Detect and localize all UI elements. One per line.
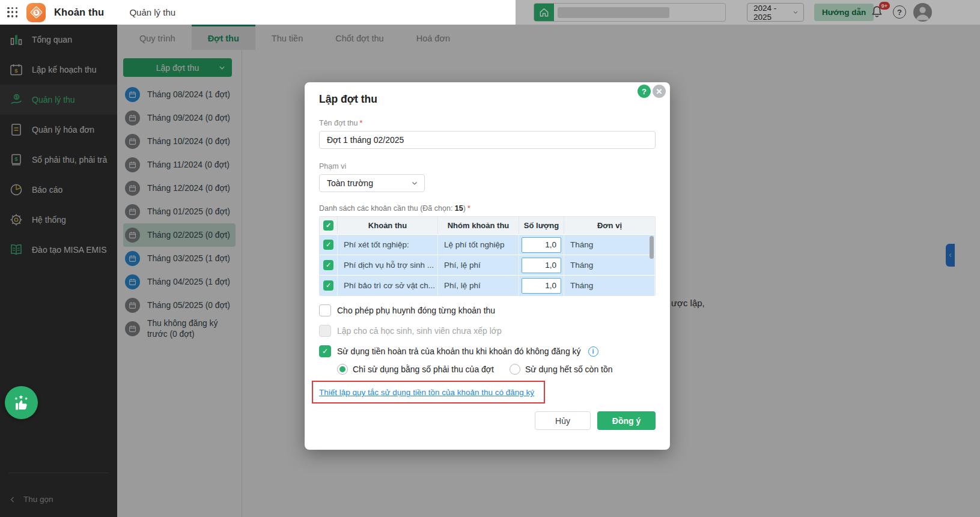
quantity-input[interactable]: 1,0 xyxy=(522,237,561,253)
setup-rule-link[interactable]: Thiết lập quy tắc sử dụng tiền tồn của k… xyxy=(319,388,534,397)
radio-use-by-receivable[interactable]: Chỉ sử dụng bằng số phải thu của đợt xyxy=(337,364,494,375)
table-row[interactable]: ✓ Phí dịch vụ hỗ trợ sinh ... Phí, lệ ph… xyxy=(320,255,655,275)
quantity-input[interactable]: 1,0 xyxy=(522,258,561,273)
fee-table-body: ✓ Phí xét tốt nghiệp: Lệ phí tốt nghiệp … xyxy=(320,234,655,295)
scope-label: Phạm vi xyxy=(319,162,656,171)
khoan-thu-app-icon[interactable]: $ xyxy=(26,3,46,22)
app-screen: $ Khoản thu Quản lý thu 2024 - 2025 Hướn… xyxy=(0,0,980,517)
column-header: Số lượng xyxy=(519,217,564,234)
required-asterisk: * xyxy=(359,119,362,127)
quantity-input[interactable]: 1,0 xyxy=(522,278,561,294)
column-header: Nhóm khoản thu xyxy=(438,217,519,234)
ok-button[interactable]: Đồng ý xyxy=(597,411,656,430)
checkbox-label: Lập cho cả học sinh, sinh viên chưa xếp … xyxy=(337,326,502,336)
cancel-button[interactable]: Hủy xyxy=(535,411,591,430)
unit-cell: Tháng xyxy=(564,276,655,295)
table-scrollbar[interactable] xyxy=(650,236,654,259)
create-batch-modal: ? ✕ Lập đợt thu Tên đợt thu* Đợt 1 tháng… xyxy=(305,82,670,450)
scope-select[interactable]: Toàn trường xyxy=(319,174,425,192)
dim-overlay-topright xyxy=(516,0,980,25)
batch-name-label: Tên đợt thu* xyxy=(319,119,656,127)
column-header: Khoản thu xyxy=(338,217,438,234)
background-partial-text: ược lập, xyxy=(671,298,705,308)
column-header: Đơn vị xyxy=(564,217,655,234)
fee-name-cell: Phí dịch vụ hỗ trợ sinh ... xyxy=(338,255,438,275)
checkbox-unchecked[interactable] xyxy=(319,304,331,316)
row-checkbox[interactable]: ✓ xyxy=(323,260,333,270)
chevron-down-icon xyxy=(411,180,418,187)
fee-group-cell: Phí, lệ phí xyxy=(438,255,519,275)
fee-name-cell: Phí xét tốt nghiệp: xyxy=(338,235,438,255)
radio-label: Sử dụng hết số còn tồn xyxy=(525,364,613,374)
fee-group-cell: Phí, lệ phí xyxy=(438,276,519,295)
close-icon[interactable]: ✕ xyxy=(653,85,666,98)
checkbox-checked[interactable]: ✓ xyxy=(319,345,331,357)
unit-cell: Tháng xyxy=(564,235,655,255)
unit-cell: Tháng xyxy=(564,255,655,275)
fee-list-label: Danh sách các khoản cần thu (Đã chọn: 15… xyxy=(319,204,656,213)
row-checkbox[interactable]: ✓ xyxy=(323,240,333,250)
topbar-module-tab[interactable]: Quản lý thu xyxy=(129,7,175,17)
radio-use-all-balance[interactable]: Sử dụng hết số còn tồn xyxy=(510,364,613,375)
table-row[interactable]: ✓ Phí bảo trì cơ sở vật ch... Phí, lệ ph… xyxy=(320,275,655,295)
checkbox-disabled xyxy=(319,325,331,337)
app-grid-icon[interactable] xyxy=(7,7,18,18)
modal-actions: Hủy Đồng ý xyxy=(319,411,656,430)
table-row[interactable]: ✓ Phí xét tốt nghiệp: Lệ phí tốt nghiệp … xyxy=(320,234,655,255)
fee-name-cell: Phí bảo trì cơ sở vật ch... xyxy=(338,276,438,295)
fee-table-header: ✓ Khoản thu Nhóm khoản thu Số lượng Đơn … xyxy=(320,217,655,234)
batch-name-input[interactable]: Đợt 1 tháng 02/2025 xyxy=(319,131,656,149)
allow-partial-payment-option: Cho phép phụ huynh đóng từng khoản thu xyxy=(319,304,656,316)
info-icon[interactable]: i xyxy=(588,346,598,357)
modal-help-icon[interactable]: ? xyxy=(638,85,651,98)
thumbs-up-stars-icon xyxy=(11,393,32,413)
fee-group-cell: Lệ phí tốt nghiệp xyxy=(438,235,519,255)
fee-table: ✓ Khoản thu Nhóm khoản thu Số lượng Đơn … xyxy=(319,216,656,296)
scope-value: Toàn trường xyxy=(327,178,373,188)
checkbox-label: Cho phép phụ huynh đóng từng khoản thu xyxy=(337,306,495,315)
app-title: Khoản thu xyxy=(54,7,104,18)
radio-unselected-icon xyxy=(510,364,520,375)
unassigned-students-option: Lập cho cả học sinh, sinh viên chưa xếp … xyxy=(319,325,656,337)
required-asterisk: * xyxy=(467,204,470,213)
radio-selected-icon xyxy=(337,364,348,375)
modal-title: Lập đợt thu xyxy=(319,93,656,106)
select-all-checkbox[interactable]: ✓ xyxy=(323,220,333,231)
highlight-box: Thiết lập quy tắc sử dụng tiền tồn của k… xyxy=(312,381,545,404)
use-refund-option: ✓ Sử dụng tiền hoàn trả của khoản thu kh… xyxy=(319,345,656,357)
feedback-fab[interactable] xyxy=(5,386,38,419)
row-checkbox[interactable]: ✓ xyxy=(323,280,333,291)
checkbox-label: Sử dụng tiền hoàn trả của khoản thu khi … xyxy=(337,346,581,356)
refund-usage-radios: Chỉ sử dụng bằng số phải thu của đợt Sử … xyxy=(337,364,656,375)
radio-label: Chỉ sử dụng bằng số phải thu của đợt xyxy=(353,364,494,374)
